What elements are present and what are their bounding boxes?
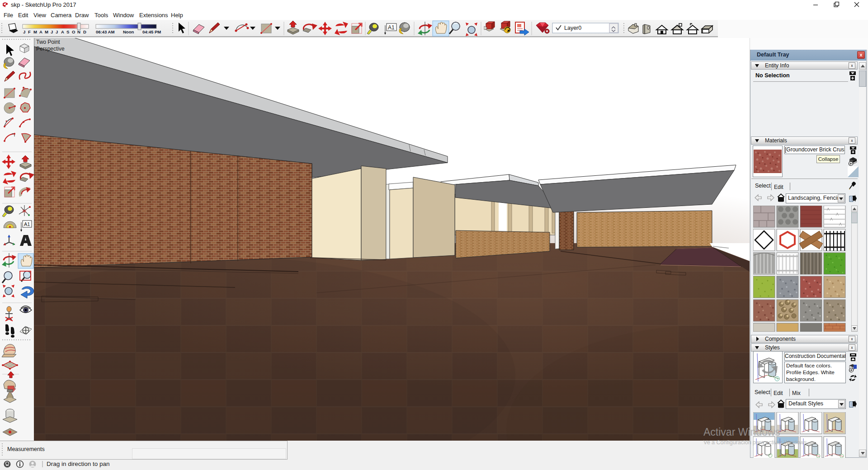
svg-text:D: D [83, 29, 86, 34]
svg-text:04:45 PM: 04:45 PM [142, 29, 161, 34]
svg-text:F: F [28, 29, 31, 34]
svg-text:A1: A1 [24, 221, 30, 227]
svg-text:Noon: Noon [123, 29, 134, 34]
svg-text:J: J [56, 29, 58, 34]
svg-text:A1: A1 [388, 24, 395, 31]
svg-text:06:43 AM: 06:43 AM [96, 29, 114, 34]
svg-text:N: N [77, 29, 80, 34]
svg-text:Layer0: Layer0 [564, 25, 581, 31]
svg-text:M: M [45, 29, 48, 34]
svg-text:J: J [23, 29, 25, 34]
svg-text:A: A [39, 29, 42, 34]
svg-text:M: M [33, 29, 37, 34]
svg-text:A: A [61, 29, 64, 34]
svg-text:J: J [51, 29, 53, 34]
svg-text:S: S [66, 29, 69, 34]
svg-text:O: O [72, 29, 75, 34]
